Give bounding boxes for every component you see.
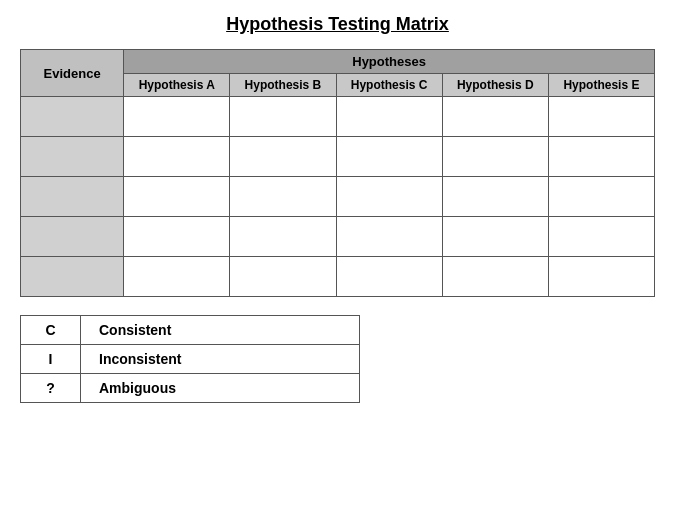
cell-r1-c3[interactable] xyxy=(442,137,548,177)
evidence-row-3[interactable] xyxy=(21,217,124,257)
cell-r3-c1[interactable] xyxy=(230,217,336,257)
col-header-c: Hypothesis C xyxy=(336,74,442,97)
table-row xyxy=(21,217,655,257)
cell-r0-c3[interactable] xyxy=(442,97,548,137)
cell-r3-c4[interactable] xyxy=(548,217,654,257)
cell-r4-c1[interactable] xyxy=(230,257,336,297)
table-row xyxy=(21,257,655,297)
hypotheses-header: Hypotheses xyxy=(124,50,655,74)
cell-r4-c3[interactable] xyxy=(442,257,548,297)
cell-r0-c2[interactable] xyxy=(336,97,442,137)
col-header-b: Hypothesis B xyxy=(230,74,336,97)
col-header-e: Hypothesis E xyxy=(548,74,654,97)
col-header-a: Hypothesis A xyxy=(124,74,230,97)
cell-r0-c4[interactable] xyxy=(548,97,654,137)
cell-r3-c2[interactable] xyxy=(336,217,442,257)
cell-r1-c1[interactable] xyxy=(230,137,336,177)
cell-r4-c0[interactable] xyxy=(124,257,230,297)
legend-row: ?Ambiguous xyxy=(21,374,360,403)
legend-table: CConsistentIInconsistent?Ambiguous xyxy=(20,315,360,403)
evidence-row-2[interactable] xyxy=(21,177,124,217)
legend-label-0: Consistent xyxy=(81,316,360,345)
cell-r0-c1[interactable] xyxy=(230,97,336,137)
cell-r0-c0[interactable] xyxy=(124,97,230,137)
legend-symbol-0: C xyxy=(21,316,81,345)
cell-r4-c2[interactable] xyxy=(336,257,442,297)
cell-r1-c0[interactable] xyxy=(124,137,230,177)
hypothesis-matrix-table: Evidence Hypotheses Hypothesis A Hypothe… xyxy=(20,49,655,297)
evidence-header: Evidence xyxy=(21,50,124,97)
cell-r2-c1[interactable] xyxy=(230,177,336,217)
cell-r4-c4[interactable] xyxy=(548,257,654,297)
table-row xyxy=(21,97,655,137)
table-row xyxy=(21,137,655,177)
cell-r3-c3[interactable] xyxy=(442,217,548,257)
legend-symbol-2: ? xyxy=(21,374,81,403)
table-row xyxy=(21,177,655,217)
page-title: Hypothesis Testing Matrix xyxy=(20,14,655,35)
cell-r1-c2[interactable] xyxy=(336,137,442,177)
cell-r2-c0[interactable] xyxy=(124,177,230,217)
legend-row: IInconsistent xyxy=(21,345,360,374)
cell-r3-c0[interactable] xyxy=(124,217,230,257)
cell-r1-c4[interactable] xyxy=(548,137,654,177)
evidence-row-0[interactable] xyxy=(21,97,124,137)
legend-label-1: Inconsistent xyxy=(81,345,360,374)
cell-r2-c3[interactable] xyxy=(442,177,548,217)
legend-label-2: Ambiguous xyxy=(81,374,360,403)
evidence-row-4[interactable] xyxy=(21,257,124,297)
cell-r2-c2[interactable] xyxy=(336,177,442,217)
col-header-d: Hypothesis D xyxy=(442,74,548,97)
legend-row: CConsistent xyxy=(21,316,360,345)
cell-r2-c4[interactable] xyxy=(548,177,654,217)
legend-symbol-1: I xyxy=(21,345,81,374)
evidence-row-1[interactable] xyxy=(21,137,124,177)
